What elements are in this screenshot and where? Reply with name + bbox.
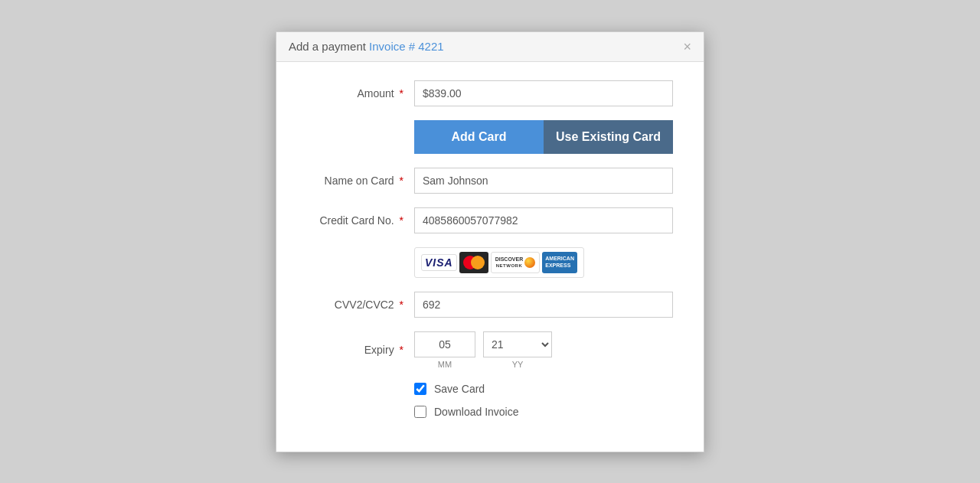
expiry-label: Expiry * — [307, 344, 414, 356]
discover-logo: DISCOVERNETWORK — [491, 252, 541, 273]
name-on-card-row: Name on Card * — [307, 168, 673, 194]
add-card-button[interactable]: Add Card — [414, 120, 544, 154]
expiry-yy-hint: YY — [512, 360, 524, 369]
name-on-card-input[interactable] — [414, 168, 673, 194]
payment-modal: Add a payment Invoice # 4221 × Amount * … — [276, 31, 704, 452]
expiry-mm-hint: MM — [438, 360, 452, 369]
expiry-month-wrap: MM — [414, 331, 475, 369]
amount-row: Amount * — [307, 80, 673, 106]
download-invoice-checkbox[interactable] — [414, 406, 426, 418]
mc-right-circle — [471, 256, 485, 269]
cvv-row: CVV2/CVC2 * — [307, 292, 673, 318]
amount-label: Amount * — [307, 87, 414, 100]
name-on-card-label: Name on Card * — [307, 175, 414, 187]
expiry-year-select[interactable]: 21 22 23 24 25 — [483, 331, 552, 357]
cc-required: * — [400, 214, 403, 227]
name-required: * — [400, 175, 403, 187]
cvv-input[interactable] — [414, 292, 673, 318]
expiry-year-wrap: 21 22 23 24 25 YY — [483, 331, 552, 369]
modal-body: Amount * Add Card Use Existing Card Name… — [276, 62, 704, 452]
amex-logo: AMERICANEXPRESS — [542, 252, 577, 273]
modal-title-prefix: Add a payment — [289, 40, 366, 53]
amount-input[interactable] — [414, 80, 673, 106]
download-invoice-label[interactable]: Download Invoice — [434, 406, 519, 418]
amex-text: AMERICANEXPRESS — [545, 256, 574, 269]
visa-logo: VISA — [421, 254, 457, 271]
modal-title: Add a payment Invoice # 4221 — [289, 40, 444, 53]
expiry-month-input[interactable] — [414, 331, 475, 357]
discover-text: DISCOVERNETWORK — [495, 256, 524, 268]
download-invoice-row: Download Invoice — [307, 406, 673, 418]
card-logos-row: VISA DISCOVERNETWORK AMERICANEXPRESS — [414, 247, 673, 278]
save-card-checkbox[interactable] — [414, 383, 426, 395]
save-card-row: Save Card — [307, 383, 673, 395]
mastercard-logo — [459, 252, 488, 273]
expiry-required: * — [400, 344, 403, 356]
credit-card-row: Credit Card No. * — [307, 207, 673, 233]
modal-header: Add a payment Invoice # 4221 × — [276, 32, 704, 62]
close-button[interactable]: × — [683, 40, 691, 54]
credit-card-label: Credit Card No. * — [307, 214, 414, 227]
use-existing-card-button[interactable]: Use Existing Card — [544, 120, 673, 154]
card-logos-container: VISA DISCOVERNETWORK AMERICANEXPRESS — [414, 247, 584, 278]
discover-circle — [524, 257, 535, 268]
expiry-row: Expiry * MM 21 22 23 24 25 YY — [307, 331, 673, 369]
amount-required: * — [400, 87, 403, 100]
button-row: Add Card Use Existing Card — [307, 120, 673, 154]
expiry-fields: MM 21 22 23 24 25 YY — [414, 331, 552, 369]
cvv-required: * — [400, 299, 403, 311]
invoice-link[interactable]: Invoice # 4221 — [369, 40, 444, 53]
save-card-label[interactable]: Save Card — [434, 383, 485, 395]
credit-card-input[interactable] — [414, 207, 673, 233]
cvv-label: CVV2/CVC2 * — [307, 299, 414, 311]
